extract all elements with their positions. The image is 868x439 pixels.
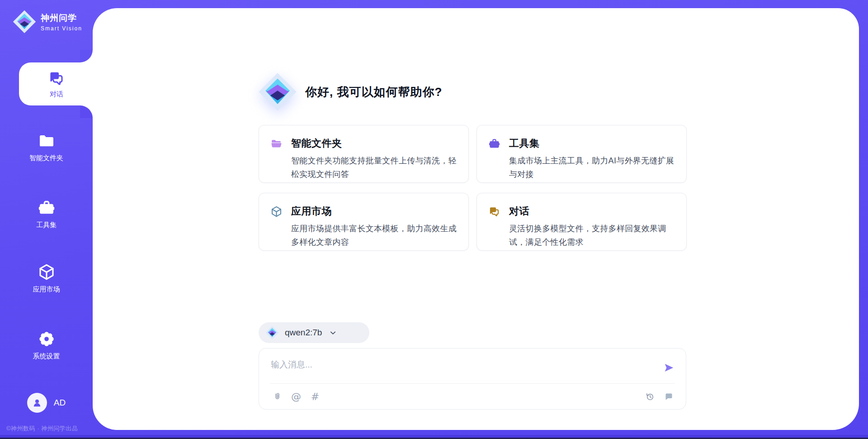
main-panel: 你好, 我可以如何帮助你? 智能文件夹 智能文件夹功能支持批量文件上传与清洗，轻… xyxy=(93,8,859,430)
history-button[interactable] xyxy=(642,389,657,404)
brand-subtitle: Smart Vision xyxy=(41,25,82,32)
sidebar-item-app-market[interactable]: 应用市场 xyxy=(0,263,93,294)
model-logo-icon xyxy=(265,326,279,339)
cube-icon xyxy=(270,205,283,218)
cube-icon xyxy=(38,263,56,281)
card-smart-folder[interactable]: 智能文件夹 智能文件夹功能支持批量文件上传与清洗，轻松实现文件问答 xyxy=(259,125,469,183)
at-icon: @ xyxy=(291,391,301,402)
sidebar-item-smart-folder[interactable]: 智能文件夹 xyxy=(0,132,93,162)
gear-icon xyxy=(38,330,56,348)
app: 神州问学 Smart Vision 对话 智能文件夹 xyxy=(0,0,868,439)
sidebar-item-label: 工具集 xyxy=(36,221,57,229)
sidebar-item-label: 系统设置 xyxy=(33,352,60,361)
brand-logo-icon xyxy=(13,10,36,33)
folder-icon xyxy=(38,132,56,150)
brand-text: 神州问学 Smart Vision xyxy=(41,12,82,32)
card-description: 智能文件夹功能支持批量文件上传与清洗，轻松实现文件问答 xyxy=(291,154,457,181)
card-title: 工具集 xyxy=(509,137,540,150)
brand-name: 神州问学 xyxy=(41,12,82,24)
folder-open-icon xyxy=(270,138,283,150)
person-icon xyxy=(31,397,43,409)
sidebar: 神州问学 Smart Vision 对话 智能文件夹 xyxy=(0,0,93,439)
card-description: 应用市场提供丰富长文本模板，助力高效生成多样化文章内容 xyxy=(291,222,457,249)
sidebar-item-chat[interactable]: 对话 xyxy=(19,62,94,105)
user-menu[interactable]: AD xyxy=(0,393,93,413)
model-selector[interactable]: qwen2:7b xyxy=(259,322,369,343)
chat-filled-icon xyxy=(664,392,674,401)
history-icon xyxy=(645,392,655,401)
mention-button[interactable]: @ xyxy=(289,389,303,404)
card-header: 智能文件夹 xyxy=(270,137,457,150)
sidebar-item-label: 应用市场 xyxy=(33,285,60,294)
hero-logo-icon xyxy=(258,72,297,111)
card-header: 对话 xyxy=(488,205,675,218)
card-app-market[interactable]: 应用市场 应用市场提供丰富长文本模板，助力高效生成多样化文章内容 xyxy=(259,193,469,251)
sidebar-item-label: 对话 xyxy=(50,90,63,99)
sidebar-item-settings[interactable]: 系统设置 xyxy=(0,330,93,361)
briefcase-icon xyxy=(488,138,500,150)
hash-button[interactable]: # xyxy=(308,389,322,404)
chat-bubbles-icon xyxy=(48,70,65,87)
message-input[interactable] xyxy=(271,356,642,374)
card-title: 智能文件夹 xyxy=(291,137,342,150)
card-chat[interactable]: 对话 灵活切换多模型文件，支持多样回复效果调试，满足个性化需求 xyxy=(476,193,687,251)
tab-curve-bottom xyxy=(80,105,93,118)
chevron-down-icon xyxy=(329,329,337,337)
sidebar-item-label: 智能文件夹 xyxy=(29,154,63,162)
send-button[interactable] xyxy=(661,360,676,375)
brand: 神州问学 Smart Vision xyxy=(13,10,82,33)
attach-button[interactable] xyxy=(270,389,284,404)
message-input-box: @ # xyxy=(259,348,686,410)
feature-cards: 智能文件夹 智能文件夹功能支持批量文件上传与清洗，轻松实现文件问答 工具集 xyxy=(259,125,687,251)
card-description: 灵活切换多模型文件，支持多样回复效果调试，满足个性化需求 xyxy=(509,222,675,249)
hash-icon: # xyxy=(311,391,319,402)
avatar xyxy=(27,393,47,413)
user-name: AD xyxy=(54,398,66,408)
briefcase-icon xyxy=(38,199,56,217)
send-icon xyxy=(663,362,675,374)
quick-chat-button[interactable] xyxy=(661,389,676,404)
sidebar-copyright: ©神州数码 · 神州问学出品 xyxy=(6,425,78,433)
card-header: 工具集 xyxy=(488,137,675,150)
model-name: qwen2:7b xyxy=(285,328,322,338)
card-toolset[interactable]: 工具集 集成市场上主流工具，助力AI与外界无缝扩展与对接 xyxy=(476,125,687,183)
card-header: 应用市场 xyxy=(270,205,457,218)
composer-toolbar: @ # xyxy=(270,384,676,409)
tab-curve-top xyxy=(80,50,93,62)
card-title: 应用市场 xyxy=(291,205,332,218)
hero-header: 你好, 我可以如何帮助你? xyxy=(258,72,442,111)
paperclip-icon xyxy=(273,392,282,401)
card-title: 对话 xyxy=(509,205,529,218)
chat-bubbles-icon xyxy=(488,205,500,218)
card-description: 集成市场上主流工具，助力AI与外界无缝扩展与对接 xyxy=(509,154,675,181)
sidebar-item-toolset[interactable]: 工具集 xyxy=(0,199,93,229)
greeting-title: 你好, 我可以如何帮助你? xyxy=(305,84,442,100)
